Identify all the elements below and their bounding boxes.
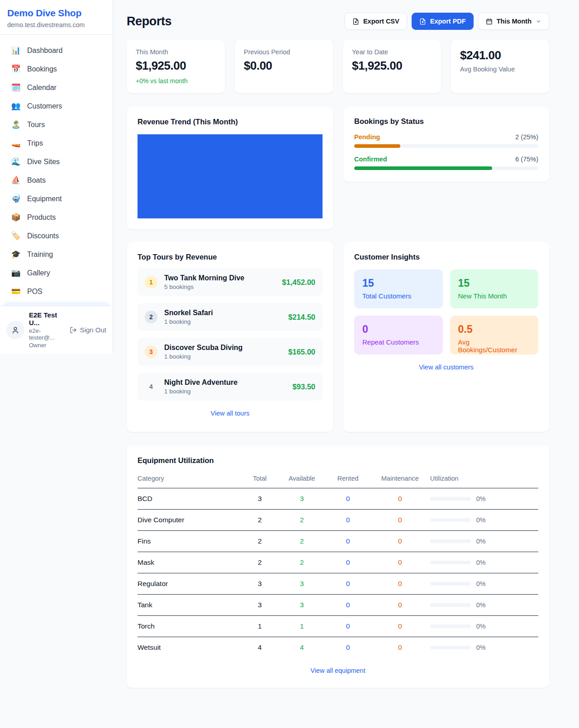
customer-insights-card: Customer Insights 15 Total Customers 15 … [343,242,549,432]
tile-repeat-customers: 0 Repeat Customers [354,316,443,355]
utilization-bar [430,561,471,564]
tile-label: Repeat Customers [362,338,435,346]
tour-bookings: 1 booking [164,353,281,360]
status-row-confirmed: Confirmed 6 (75%) [354,156,538,170]
tile-number: 15 [458,277,531,289]
equipment-table: Category Total Available Rented Maintena… [138,470,538,658]
sidebar-item-label: Equipment [27,195,62,203]
stats-row: This Month $1,925.00 +0% vs last month P… [127,40,549,93]
column-header-utilization: Utilization [430,470,538,488]
sign-out-button[interactable]: Sign Out [70,326,106,334]
sidebar-item-training[interactable]: 🎓 Training [4,245,109,264]
training-icon: 🎓 [11,250,21,259]
utilization-bar [430,646,471,649]
stat-card-previous-period: Previous Period $0.00 [235,40,333,93]
sidebar-item-tours[interactable]: 🏝️ Tours [4,115,109,134]
dashboard-icon: 📊 [11,46,21,55]
sidebar-item-label: Gallery [27,269,50,277]
sidebar-item-products[interactable]: 📦 Products [4,208,109,227]
tile-label: New This Month [458,292,531,300]
status-value: 6 (75%) [515,156,538,163]
period-dropdown[interactable]: This Month [478,13,549,30]
table-header-row: Category Total Available Rented Maintena… [138,470,538,488]
rank-badge: 1 [145,276,157,288]
view-all-customers-link[interactable]: View all customers [354,364,538,371]
sidebar-item-equipment[interactable]: 🤿 Equipment [4,189,109,208]
table-row: Mask 2 2 0 0 0% [138,552,538,573]
file-download-icon [352,18,359,25]
tour-name: Two Tank Morning Dive [164,274,275,282]
column-header-available: Available [278,470,326,488]
status-value: 2 (25%) [515,133,538,141]
sidebar-item-discounts[interactable]: 🏷️ Discounts [4,227,109,245]
tour-row[interactable]: 1 Two Tank Morning Dive 5 bookings $1,45… [138,268,323,296]
person-icon [11,326,20,335]
tile-avg-bookings: 0.5 Avg Bookings/Customer [450,316,539,355]
sidebar-nav: 📊 Dashboard 📅 Bookings 🗓️ Calendar 👥 Cus… [0,35,113,302]
table-row: BCD 3 3 0 0 0% [138,488,538,510]
sidebar-item-calendar[interactable]: 🗓️ Calendar [4,78,109,97]
sidebar-item-label: Training [27,251,53,259]
sidebar-item-label: Discounts [27,232,59,240]
export-csv-button[interactable]: Export CSV [345,13,407,30]
table-row: Regulator 3 3 0 0 0% [138,573,538,595]
stat-value: $1,925.00 [136,59,216,73]
sidebar-item-label: POS [27,288,43,296]
progress-track [354,144,538,148]
sidebar: Demo Dive Shop demo.test.divestreams.com… [0,0,113,354]
card-title: Customer Insights [354,253,538,261]
customers-icon: 👥 [11,101,21,111]
sidebar-item-label: Dashboard [27,47,62,55]
sidebar-item-label: Customers [27,102,62,110]
equipment-utilization-card: Equipment Utilization Category Total Ava… [127,445,549,688]
stat-label: Year to Date [352,48,432,56]
column-header-maintenance: Maintenance [370,470,430,488]
tile-total-customers: 15 Total Customers [354,269,443,308]
header-actions: Export CSV Export PDF This Month [345,13,549,30]
table-row: Wetsuit 4 4 0 0 0% [138,637,538,658]
sidebar-item-customers[interactable]: 👥 Customers [4,97,109,115]
sidebar-item-dive-sites[interactable]: 🌊 Dive Sites [4,152,109,171]
tour-amount: $1,452.00 [282,278,315,287]
tour-name: Discover Scuba Diving [164,344,281,352]
tour-row[interactable]: 3 Discover Scuba Diving 1 booking $165.0… [138,338,323,366]
utilization-bar [430,497,471,501]
sidebar-item-label: Trips [27,139,43,147]
brand-domain: demo.test.divestreams.com [7,21,105,28]
stat-value: $1,925.00 [352,59,432,73]
stat-delta: +0% vs last month [136,77,216,85]
stat-value: $0.00 [244,59,324,73]
user-email: e2e-tester@... [29,327,65,341]
utilization-bar [430,624,471,628]
revenue-trend-chart [138,134,323,218]
tours-icon: 🏝️ [11,120,21,129]
sidebar-item-reports-partial[interactable] [4,302,109,306]
view-all-tours-link[interactable]: View all tours [138,410,323,417]
sidebar-item-boats[interactable]: ⛵ Boats [4,171,109,189]
status-row-pending: Pending 2 (25%) [354,133,538,148]
chevron-down-icon [536,19,541,24]
main-content: Reports Export CSV Export PDF This Month… [127,0,549,688]
sidebar-item-bookings[interactable]: 📅 Bookings [4,60,109,78]
view-all-equipment-link[interactable]: View all equipment [138,667,538,674]
card-title: Top Tours by Revenue [138,253,323,261]
calendar-icon [486,18,493,25]
export-pdf-button[interactable]: Export PDF [412,13,474,30]
tour-row[interactable]: 2 Snorkel Safari 1 booking $214.50 [138,303,323,331]
stat-card-avg-booking-value: $241.00 Avg Booking Value [451,40,549,93]
tour-name: Snorkel Safari [164,309,281,317]
sidebar-item-label: Products [27,213,56,222]
tour-row[interactable]: 4 Night Dive Adventure 1 booking $93.50 [138,373,323,401]
stat-label: Previous Period [244,48,324,56]
sidebar-item-label: Bookings [27,65,57,73]
sidebar-item-trips[interactable]: 🚤 Trips [4,134,109,152]
tile-new-this-month: 15 New This Month [450,269,539,308]
table-row: Torch 1 1 0 0 0% [138,616,538,637]
progress-track [354,166,538,170]
card-title: Equipment Utilization [138,456,538,465]
sidebar-item-pos[interactable]: 💳 POS [4,282,109,301]
sidebar-item-label: Calendar [27,84,57,92]
sidebar-item-gallery[interactable]: 📷 Gallery [4,264,109,282]
sidebar-item-dashboard[interactable]: 📊 Dashboard [4,41,109,60]
progress-fill [354,144,400,148]
